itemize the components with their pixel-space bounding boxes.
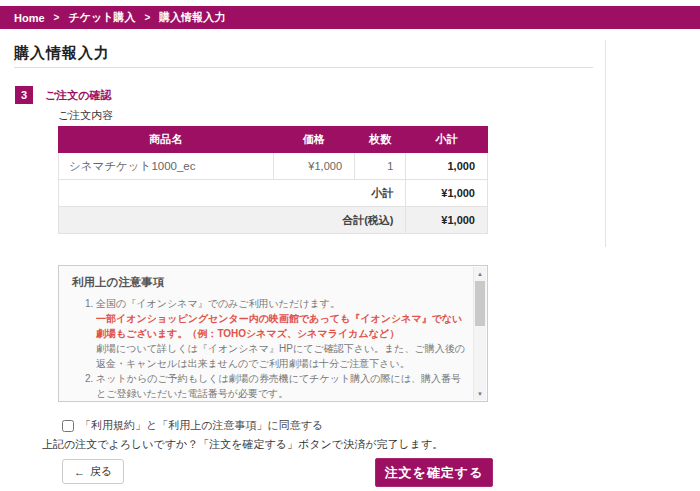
product-qty: 1	[355, 153, 406, 180]
order-contents-label: ご注文内容	[58, 108, 113, 123]
chevron-right-icon: >	[54, 12, 60, 23]
table-header-row: 商品名 価格 枚数 小計	[59, 127, 488, 153]
product-name: シネマチケット1000_ec	[59, 153, 274, 180]
column-header-price: 価格	[273, 127, 355, 153]
product-subtotal: 1,000	[406, 153, 488, 180]
column-header-product: 商品名	[59, 127, 274, 153]
confirm-message: 上記の注文でよろしいですか？「注文を確定する」ボタンで決済が完了します。	[42, 437, 443, 452]
confirm-order-label: 注文を確定する	[385, 464, 484, 482]
step-header: 3 ご注文の確認	[15, 86, 112, 104]
confirm-order-button[interactable]: 注文を確定する	[375, 458, 493, 487]
order-table: 商品名 価格 枚数 小計 シネマチケット1000_ec ¥1,000 1 1,0…	[58, 126, 488, 234]
scroll-down-icon[interactable]: ▼	[474, 387, 486, 400]
left-arrow-icon: ←	[74, 466, 85, 478]
subtotal-value: ¥1,000	[406, 180, 488, 207]
product-price: ¥1,000	[273, 153, 355, 180]
notice-line: 劇場について詳しくは『イオンシネマ』HPにてご確認下さい。また、ご購入後の返金・…	[96, 341, 469, 371]
column-header-qty: 枚数	[355, 127, 406, 153]
breadcrumb-item-ticket-purchase[interactable]: チケット購入	[68, 10, 135, 25]
notice-title: 利用上の注意事項	[72, 275, 469, 290]
notice-scroll-area[interactable]: 利用上の注意事項 全国の『イオンシネマ』でのみご利用いただけます。 一部イオンシ…	[59, 266, 473, 401]
notice-line: 全国の『イオンシネマ』でのみご利用いただけます。	[96, 296, 469, 311]
step-number-badge: 3	[15, 86, 33, 104]
column-header-subtotal: 小計	[406, 127, 488, 153]
usage-notice-box: 利用上の注意事項 全国の『イオンシネマ』でのみご利用いただけます。 一部イオンシ…	[58, 265, 488, 402]
back-button[interactable]: ← 戻る	[62, 459, 124, 484]
agreement-row: 「利用規約」と「利用上の注意事項」に同意する	[62, 418, 323, 433]
step-label: ご注文の確認	[45, 88, 112, 103]
page-title: 購入情報入力	[14, 44, 110, 63]
title-divider	[14, 67, 593, 68]
agree-checkbox[interactable]	[62, 420, 74, 432]
notice-line: ネットからのご予約もしくは劇場の券売機にてチケット購入の際には、購入番号とご登録…	[96, 371, 469, 401]
notice-list: 全国の『イオンシネマ』でのみご利用いただけます。 一部イオンショッピングセンター…	[72, 296, 469, 401]
notice-scrollbar[interactable]: ▲ ▼	[473, 267, 486, 400]
total-label: 合計(税込)	[59, 207, 406, 234]
chevron-right-icon: >	[144, 12, 150, 23]
scrollbar-thumb[interactable]	[475, 281, 485, 326]
scroll-up-icon[interactable]: ▲	[474, 267, 486, 280]
breadcrumb: Home > チケット購入 > 購入情報入力	[0, 6, 700, 29]
back-button-label: 戻る	[90, 464, 112, 479]
total-value: ¥1,000	[406, 207, 488, 234]
subtotal-row: 小計 ¥1,000	[59, 180, 488, 207]
agree-label[interactable]: 「利用規約」と「利用上の注意事項」に同意する	[80, 418, 323, 433]
notice-line-alert: 一部イオンショッピングセンター内の映画館であっても『イオンシネマ』でない劇場もご…	[96, 311, 469, 341]
breadcrumb-item-current: 購入情報入力	[159, 10, 225, 25]
total-row: 合計(税込) ¥1,000	[59, 207, 488, 234]
list-item: 全国の『イオンシネマ』でのみご利用いただけます。 一部イオンショッピングセンター…	[96, 296, 469, 371]
content-right-divider	[605, 40, 606, 247]
breadcrumb-item-home[interactable]: Home	[14, 12, 45, 24]
list-item: ネットからのご予約もしくは劇場の券売機にてチケット購入の際には、購入番号とご登録…	[96, 371, 469, 401]
subtotal-label: 小計	[59, 180, 406, 207]
table-row: シネマチケット1000_ec ¥1,000 1 1,000	[59, 153, 488, 180]
